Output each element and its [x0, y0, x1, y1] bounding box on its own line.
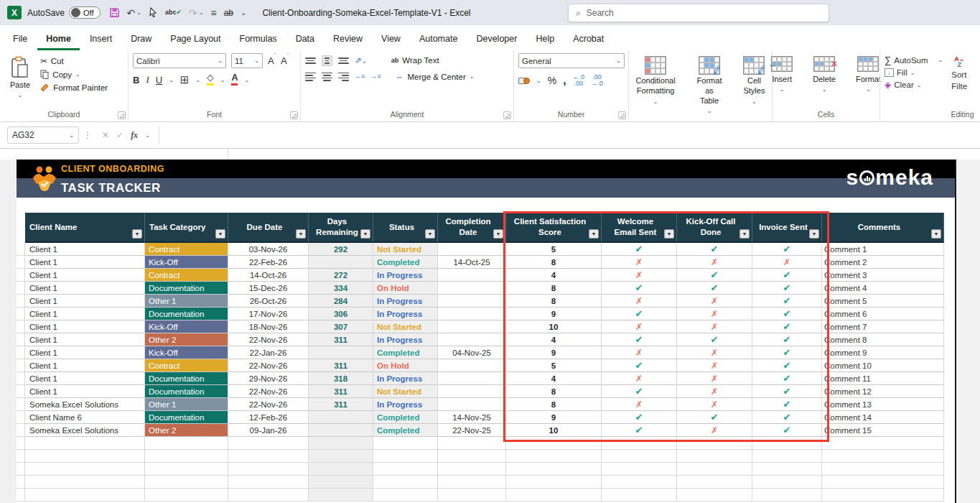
merge-center-button[interactable]: ⇔Merge & Center⌄ [396, 72, 475, 82]
empty-row[interactable] [17, 450, 944, 463]
completion-date-cell[interactable]: 14-Oct-25 [438, 256, 506, 269]
completion-date-cell[interactable] [438, 269, 506, 282]
table-row[interactable]: Someka Excel Solutions Other 1 22-Nov-26… [17, 398, 944, 411]
client-name-cell[interactable]: Client 1 [25, 269, 145, 282]
autosave-control[interactable]: AutoSave Off [27, 6, 101, 19]
number-format-select[interactable]: General⌄ [518, 53, 625, 68]
number-dialog-launcher[interactable]: ◿ [618, 111, 626, 119]
completion-date-cell[interactable] [438, 320, 506, 333]
task-category-cell[interactable] [145, 437, 228, 450]
comment-cell[interactable]: Comment 11 [822, 372, 944, 385]
invoice-sent-cell[interactable]: ✔ [752, 308, 822, 320]
welcome-email-cell[interactable] [602, 489, 677, 502]
excel-app-icon[interactable]: X [7, 6, 22, 19]
days-remaining-cell[interactable]: 334 [309, 282, 373, 295]
welcome-email-cell[interactable]: ✗ [602, 320, 677, 333]
comment-cell[interactable]: Comment 12 [822, 385, 944, 398]
font-size-select[interactable]: 11⌄ [231, 53, 263, 68]
sort-filter-label-1[interactable]: Sort [951, 70, 967, 79]
client-name-cell[interactable]: Client 1 [25, 295, 145, 308]
kickoff-call-cell[interactable]: ✗ [677, 346, 752, 359]
comment-cell[interactable]: Comment 3 [822, 269, 944, 282]
satisfaction-score-cell[interactable]: 4 [506, 333, 602, 346]
due-date-cell[interactable]: 26-Oct-26 [228, 295, 309, 308]
save-icon[interactable] [109, 7, 120, 18]
welcome-email-cell[interactable] [602, 463, 677, 476]
table-row[interactable]: Client 1 Documentation 17-Nov-26 306 In … [17, 308, 944, 320]
table-row[interactable]: Client 1 Other 1 26-Oct-26 284 In Progre… [17, 295, 944, 308]
task-category-cell[interactable]: Documentation [145, 282, 228, 295]
status-cell[interactable]: Completed [373, 256, 438, 269]
kickoff-call-cell[interactable]: ✗ [677, 256, 752, 269]
ribbon-tab-draw[interactable]: Draw [122, 29, 160, 50]
table-row[interactable]: Client 1 Other 2 22-Nov-26 311 In Progre… [17, 333, 944, 346]
increase-decimal-icon[interactable]: ←.0 .00 [573, 74, 585, 87]
completion-date-cell[interactable]: 22-Nov-25 [438, 424, 506, 437]
filter-button[interactable]: ▼ [296, 229, 306, 239]
status-cell[interactable]: In Progress [373, 269, 438, 282]
due-date-cell[interactable] [228, 489, 309, 502]
table-row[interactable]: Client 1 Contract 22-Nov-26 311 On Hold … [17, 359, 944, 372]
task-category-cell[interactable]: Other 1 [145, 295, 228, 308]
alignment-dialog-launcher[interactable]: ◿ [503, 111, 511, 119]
days-remaining-cell[interactable] [309, 437, 373, 450]
comment-cell[interactable]: Comment 14 [822, 411, 944, 424]
ribbon-tab-insert[interactable]: Insert [81, 29, 121, 50]
kickoff-call-cell[interactable]: ✗ [677, 385, 752, 398]
align-center-icon[interactable] [322, 73, 332, 81]
status-cell[interactable]: In Progress [373, 295, 438, 308]
completion-date-cell[interactable] [438, 450, 506, 463]
ribbon-tab-home[interactable]: Home [37, 29, 80, 50]
italic-button[interactable]: I [146, 74, 149, 86]
filter-button[interactable]: ▼ [664, 229, 674, 239]
days-remaining-cell[interactable]: 284 [309, 295, 373, 308]
percent-style-button[interactable]: % [548, 75, 556, 86]
comment-cell[interactable]: Comment 5 [822, 295, 944, 308]
kickoff-call-cell[interactable]: ✗ [677, 424, 752, 437]
sort-filter-icon[interactable]: A⌄Z [951, 56, 967, 68]
welcome-email-cell[interactable]: ✔ [602, 424, 677, 437]
days-remaining-cell[interactable]: 311 [309, 359, 373, 372]
invoice-sent-cell[interactable] [752, 463, 822, 476]
task-category-cell[interactable]: Kick-Off [145, 346, 228, 359]
client-name-cell[interactable]: Client 1 [25, 385, 145, 398]
worksheet[interactable]: CLIENT ONBOARDING TASK TRACKER smeka Cli… [0, 149, 980, 503]
ribbon-tab-acrobat[interactable]: Acrobat [564, 29, 612, 50]
welcome-email-cell[interactable] [602, 437, 677, 450]
due-date-cell[interactable]: 12-Feb-26 [228, 411, 309, 424]
invoice-sent-cell[interactable]: ✗ [752, 256, 822, 269]
client-name-cell[interactable] [25, 437, 145, 450]
align-bottom-icon[interactable] [338, 57, 349, 64]
status-cell[interactable] [373, 489, 438, 502]
satisfaction-score-cell[interactable]: 8 [506, 282, 602, 295]
orientation-button[interactable]: ⇗⌄ [355, 55, 367, 65]
days-remaining-cell[interactable] [309, 476, 373, 489]
days-remaining-cell[interactable] [309, 346, 373, 359]
fill-button[interactable]: ↓Fill⌄ [885, 68, 943, 77]
client-name-cell[interactable] [25, 450, 145, 463]
task-category-cell[interactable]: Kick-Off [145, 256, 228, 269]
task-category-cell[interactable]: Other 2 [145, 424, 228, 437]
ribbon-tab-view[interactable]: View [373, 29, 409, 50]
invoice-sent-cell[interactable] [752, 489, 822, 502]
comma-style-button[interactable]: , [563, 74, 566, 87]
welcome-email-cell[interactable]: ✔ [602, 411, 677, 424]
task-category-cell[interactable]: Documentation [145, 372, 228, 385]
invoice-sent-cell[interactable]: ✔ [752, 424, 822, 437]
status-cell[interactable]: In Progress [373, 308, 438, 320]
due-date-cell[interactable]: 22-Jan-26 [228, 346, 309, 359]
status-cell[interactable] [373, 450, 438, 463]
completion-date-cell[interactable] [438, 243, 506, 256]
comment-cell[interactable]: Comment 2 [822, 256, 944, 269]
satisfaction-score-cell[interactable] [506, 437, 602, 450]
client-name-cell[interactable]: Client 1 [25, 333, 145, 346]
increase-font-icon[interactable]: Aˆ [268, 55, 276, 66]
cancel-icon[interactable]: ✕ [102, 130, 109, 140]
task-category-cell[interactable]: Documentation [145, 411, 228, 424]
comment-cell[interactable] [822, 489, 944, 502]
comment-cell[interactable]: Comment 15 [822, 424, 944, 437]
welcome-email-cell[interactable]: ✔ [602, 282, 677, 295]
comment-cell[interactable]: Comment 7 [822, 320, 944, 333]
kickoff-call-cell[interactable]: ✗ [677, 372, 752, 385]
due-date-cell[interactable]: 22-Nov-26 [228, 333, 309, 346]
